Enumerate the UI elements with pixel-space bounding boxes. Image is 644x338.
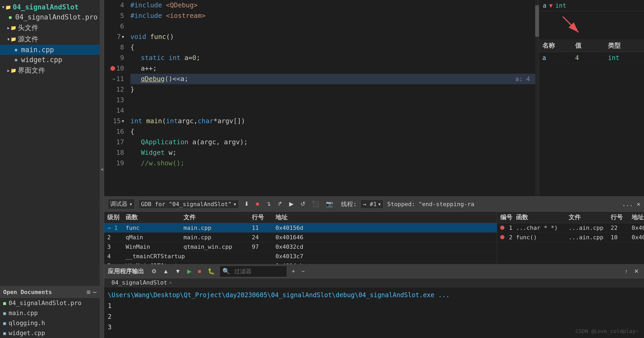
output-line-2: 2 bbox=[108, 311, 640, 322]
ui-label: 界面文件 bbox=[18, 66, 45, 75]
sidebar-item-maincpp[interactable]: ▣ main.cpp bbox=[0, 45, 100, 55]
open-doc-pro[interactable]: ■ 04_signalAndSlot.pro bbox=[0, 298, 100, 308]
breakpoint-indicator-10 bbox=[110, 66, 115, 71]
close-debug-icon[interactable]: ✕ bbox=[637, 201, 640, 207]
project-label: 04_signalAndSlot bbox=[13, 3, 78, 11]
scroll-up-button[interactable]: ▲ bbox=[161, 267, 170, 276]
sidebar-item-ui[interactable]: ▶ 📁 界面文件 bbox=[0, 65, 100, 76]
step-out-button[interactable]: ↱ bbox=[276, 200, 284, 208]
output-search-input[interactable] bbox=[232, 267, 284, 276]
headers-label: 头文件 bbox=[18, 23, 38, 32]
close-icon[interactable]: — bbox=[93, 289, 96, 295]
code-line-12: } bbox=[130, 84, 535, 95]
sidebar-item-headers[interactable]: ▶ 📁 头文件 bbox=[0, 22, 100, 33]
scrollbar-thumb[interactable] bbox=[535, 5, 539, 37]
stack-func-3: WinMain bbox=[126, 243, 183, 250]
stop-button[interactable]: ⬛ bbox=[310, 200, 321, 208]
call-stack-panel: 级别 函数 文件 行号 地址 ⇒ 1 func main.cpp 11 0x40… bbox=[104, 212, 497, 264]
interrupt-button[interactable]: ■ bbox=[254, 200, 261, 208]
remove-filter-button[interactable]: − bbox=[300, 267, 306, 276]
open-doc-pro-label: 04_signalAndSlot.pro bbox=[9, 300, 81, 306]
code-line-10: a++; bbox=[130, 63, 535, 74]
output-path: \Users\Wang\Desktop\Qt_Project\day202306… bbox=[108, 291, 449, 299]
debug-output-button[interactable]: 🐛 bbox=[206, 267, 216, 276]
stack-row-2[interactable]: 2 qMain main.cpp 24 0x401646 bbox=[104, 233, 497, 242]
code-line-7: void func() bbox=[130, 32, 535, 42]
pro-file-icon: ■ bbox=[7, 14, 13, 20]
stop-output-button[interactable]: ■ bbox=[196, 267, 203, 276]
line-num-19: 19 bbox=[104, 158, 124, 168]
line-num-12: 12 bbox=[104, 84, 124, 95]
scroll-up-icon: ▲ bbox=[163, 268, 169, 275]
gdb-selector[interactable]: GDB for "04_signalAndSlot" ▾ bbox=[139, 200, 239, 209]
red-arrow-svg bbox=[542, 14, 584, 35]
breakpoints-panel: 编号 函数 文件 行号 地址 条件 1 ...char * *) ...ain.… bbox=[497, 212, 644, 264]
line-num-15: 15 ▼ bbox=[104, 116, 124, 126]
step-over-button[interactable]: ⬇ bbox=[243, 200, 251, 208]
code-line-14 bbox=[130, 105, 535, 116]
close-output-button[interactable]: ✕ bbox=[632, 267, 640, 276]
run-button[interactable]: ▶ bbox=[186, 267, 193, 276]
continue-button[interactable]: ▶ bbox=[288, 200, 295, 208]
code-line-16: { bbox=[130, 126, 535, 137]
camera-button[interactable]: 📷 bbox=[324, 200, 335, 208]
var-top-type: int bbox=[555, 2, 566, 9]
expand-output-button[interactable]: ↑ bbox=[623, 267, 629, 276]
restart-button[interactable]: ↺ bbox=[299, 200, 307, 208]
breakpoint-dot-icon-2 bbox=[500, 235, 504, 239]
open-documents-header: Open Documents ⊞ — bbox=[0, 286, 100, 298]
tab-close-icon[interactable]: ✕ bbox=[169, 280, 172, 285]
debugger-label: 调试器 bbox=[110, 200, 127, 208]
bp-addr-2: 0x40155e bbox=[632, 234, 644, 241]
code-line-9: static int a=0; bbox=[130, 53, 535, 63]
settings-icon: ⚙ bbox=[151, 268, 157, 275]
open-doc-widget[interactable]: ▣ widget.cpp bbox=[0, 328, 100, 338]
step-in-button[interactable]: ↴ bbox=[264, 200, 272, 208]
bp-num-2: 2 bbox=[500, 234, 516, 241]
line-num-8: 8 bbox=[104, 42, 124, 53]
split-icon[interactable]: ⊞ bbox=[87, 289, 90, 295]
sidebar-item-project[interactable]: ▼ 📁 04_signalAndSlot bbox=[0, 2, 100, 12]
bp-line-1: 22 bbox=[611, 225, 632, 231]
code-line-4: #include <QDebug> bbox=[130, 0, 535, 11]
line-num-16: 16 bbox=[104, 126, 124, 137]
stack-row-3[interactable]: 3 WinMain qtmain_win.cpp 97 0x4032cd bbox=[104, 242, 497, 252]
sidebar-item-pro[interactable]: ■ 04_signalAndSlot.pro bbox=[0, 12, 100, 22]
thread-label: 线程: bbox=[341, 200, 357, 208]
stack-row-5[interactable]: 5 WinMainCRTStartup 0x4014cb bbox=[104, 261, 497, 264]
edge-arrow-up-icon[interactable]: ◀ bbox=[101, 167, 103, 172]
open-doc-main[interactable]: ▣ main.cpp bbox=[0, 308, 100, 318]
output-tabs: 04_signalAndSlot ✕ bbox=[104, 278, 644, 287]
sidebar-item-sources[interactable]: ▼ 📁 源文件 bbox=[0, 33, 100, 45]
svg-line-0 bbox=[563, 17, 579, 32]
stack-row-1[interactable]: ⇒ 1 func main.cpp 11 0x40156d bbox=[104, 223, 497, 233]
line-num-7: 7 ▼ bbox=[104, 32, 124, 42]
stack-row-4[interactable]: 4 __tmainCRTStartup 0x4013c7 bbox=[104, 252, 497, 261]
editor-scrollbar[interactable] bbox=[535, 0, 539, 196]
fold-arrow-15[interactable]: ▼ bbox=[122, 116, 124, 126]
output-settings-button[interactable]: ⚙ bbox=[150, 267, 158, 276]
scroll-down-button[interactable]: ▼ bbox=[173, 267, 182, 276]
stop-icon: ⬛ bbox=[312, 201, 319, 207]
open-doc-widget-label: widget.cpp bbox=[9, 330, 45, 336]
more-icon[interactable]: ... bbox=[622, 201, 633, 207]
code-editor[interactable]: #include <QDebug> #include <iostream> vo… bbox=[128, 0, 535, 196]
bp-row-1[interactable]: 1 ...char * *) ...ain.cpp 22 0x401637 bbox=[497, 223, 644, 233]
add-filter-button[interactable]: + bbox=[290, 267, 297, 276]
stack-level-3: 3 bbox=[107, 243, 126, 250]
thread-selector[interactable]: → #1 ▾ bbox=[360, 200, 384, 209]
interrupt-icon: ■ bbox=[256, 201, 259, 207]
stack-addr-4: 0x4013c7 bbox=[275, 253, 323, 260]
debugger-selector[interactable]: 调试器 ▾ bbox=[108, 199, 135, 209]
open-doc-qlogging[interactable]: ▣ qlogging.h bbox=[0, 318, 100, 328]
var-col-name: 名称 bbox=[542, 41, 575, 50]
stopped-text: Stopped: "end-stepping-ra bbox=[387, 201, 474, 207]
col-addr: 地址 bbox=[275, 213, 323, 221]
cpp-file-icon: ▣ bbox=[13, 57, 19, 63]
search-container: 🔍 bbox=[219, 266, 287, 277]
bp-row-2[interactable]: 2 func() ...ain.cpp 10 0x40155e bbox=[497, 233, 644, 242]
fold-arrow-7[interactable]: ▼ bbox=[122, 32, 124, 42]
output-tab-app[interactable]: 04_signalAndSlot ✕ bbox=[108, 278, 176, 287]
folder-icon: 📁 bbox=[11, 25, 16, 31]
sidebar-item-widgetcpp[interactable]: ▣ widget.cpp bbox=[0, 55, 100, 65]
